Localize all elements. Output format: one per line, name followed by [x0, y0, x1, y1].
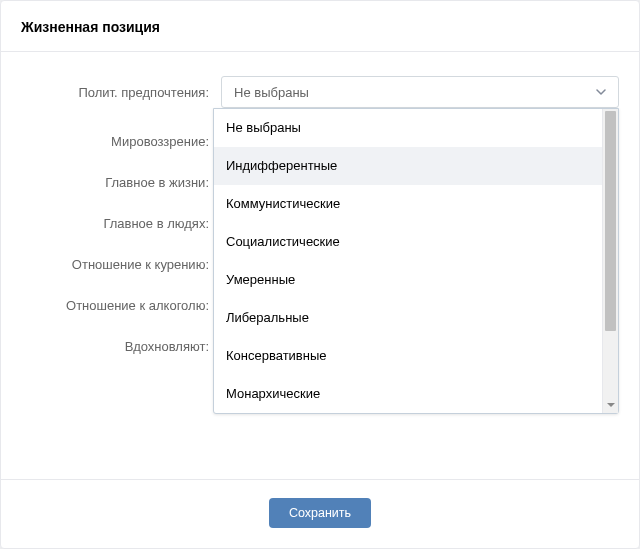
panel-body: Полит. предпочтения: Не выбраны Мировозз… — [1, 52, 639, 548]
dropdown-political-preferences: Не выбраны Индифферентные Коммунистическ… — [213, 108, 619, 414]
save-button[interactable]: Сохранить — [269, 498, 371, 528]
dropdown-option[interactable]: Коммунистические — [214, 185, 602, 223]
dropdown-option[interactable]: Не выбраны — [214, 109, 602, 147]
label-main-in-life: Главное в жизни: — [21, 175, 221, 190]
dropdown-option[interactable]: Социалистические — [214, 223, 602, 261]
label-worldview: Мировоззрение: — [21, 134, 221, 149]
label-alcohol: Отношение к алкоголю: — [21, 298, 221, 313]
label-political-preferences: Полит. предпочтения: — [21, 85, 221, 100]
select-political-preferences[interactable]: Не выбраны — [221, 76, 619, 108]
panel-header: Жизненная позиция — [1, 1, 639, 52]
dropdown-option[interactable]: Консервативные — [214, 337, 602, 375]
label-main-in-people: Главное в людях: — [21, 216, 221, 231]
dropdown-option[interactable]: Либеральные — [214, 299, 602, 337]
select-value: Не выбраны — [234, 85, 309, 100]
scrollbar[interactable] — [602, 109, 618, 413]
dropdown-list: Не выбраны Индифферентные Коммунистическ… — [214, 109, 602, 413]
scrollbar-thumb[interactable] — [605, 111, 616, 331]
label-smoking: Отношение к курению: — [21, 257, 221, 272]
life-position-panel: Жизненная позиция Полит. предпочтения: Н… — [0, 0, 640, 549]
button-row: Сохранить — [1, 479, 639, 528]
scroll-down-icon[interactable] — [603, 397, 618, 413]
dropdown-option[interactable]: Монархические — [214, 375, 602, 413]
chevron-down-icon — [596, 89, 606, 95]
dropdown-option[interactable]: Индифферентные — [214, 147, 602, 185]
label-inspired-by: Вдохновляют: — [21, 339, 221, 354]
row-political-preferences: Полит. предпочтения: Не выбраны — [21, 76, 619, 108]
page-title: Жизненная позиция — [21, 19, 619, 35]
control-political-preferences: Не выбраны — [221, 76, 619, 108]
dropdown-option[interactable]: Умеренные — [214, 261, 602, 299]
